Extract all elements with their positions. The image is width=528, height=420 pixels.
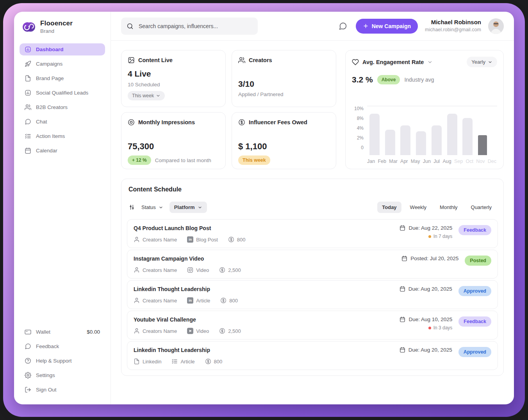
tab-weekly[interactable]: Weekly [405,202,431,213]
month-tick-label: Jul [433,159,440,164]
month-tick-label: Nov [476,159,485,164]
calendar-icon [401,256,407,261]
calendar-icon [25,147,31,154]
gear-icon [25,372,31,379]
schedule-item[interactable]: Q4 Product Launch Blog Post Creators Nam… [127,219,498,248]
dollar-icon [238,119,245,126]
chevron-down-icon [198,205,202,210]
sidebar-nav: Dashboard Campaigns Brand Page Social Qu… [20,43,105,157]
tab-today[interactable]: Today [377,202,401,213]
sidebar-item-sign-out[interactable]: Sign Out [20,384,105,396]
chevron-down-icon [488,60,492,64]
sidebar-item-feedback[interactable]: Feedback [20,340,105,352]
sidebar: Flooencer Brand Dashboard Campaigns Bran… [14,12,111,404]
view-tabs: Today Weekly Monthly Quarterly [377,202,496,213]
tab-quarterly[interactable]: Quarterly [466,202,496,213]
sidebar-item-label: Wallet [36,329,50,335]
messages-button[interactable] [337,20,349,32]
creators-value: 3/10 [238,79,330,89]
engagement-sub: Industry avg [404,77,434,83]
sidebar-item-brand-page[interactable]: Brand Page [20,72,105,84]
sidebar-item-campaigns[interactable]: Campaigns [20,58,105,70]
schedule-item[interactable]: Linkedin Thought Leadership Creators Nam… [127,280,498,309]
impressions-icon [128,119,135,126]
sidebar-item-chat[interactable]: Chat [20,116,105,128]
new-campaign-button[interactable]: New Campaign [356,19,418,34]
month-tick-label: Aug [442,159,451,164]
wallet-balance: $0.00 [87,329,100,335]
rocket-icon [25,61,31,67]
sidebar-item-calendar[interactable]: Calendar [20,145,105,157]
sidebar-item-label: Settings [36,372,55,378]
brand-logo: Flooencer Brand [20,20,105,34]
platform-filter-dropdown[interactable]: Platform [169,202,207,213]
status-badge: Feedback [458,225,491,235]
chevron-down-icon[interactable] [427,59,433,65]
chart-bar [416,131,426,155]
fees-value: $ 1,100 [238,141,330,152]
schedule-item[interactable]: Instagram Campaign Video Creators Name V… [127,250,498,279]
item-title: Youtube Viral Challenge [134,316,400,323]
y-tick-label: 10% [354,106,364,111]
sidebar-item-wallet[interactable]: Wallet $0.00 [20,326,105,338]
sliders-icon[interactable] [128,204,135,211]
sidebar-item-label: Chat [36,119,47,125]
app-title: Flooencer [40,20,73,27]
creator-meta: Creators Name [134,236,177,243]
countdown: In 7 days [428,234,453,239]
tab-monthly[interactable]: Monthly [435,202,462,213]
format-meta: Article [171,358,194,365]
dollar-icon [228,236,234,243]
schedule-list: Q4 Product Launch Blog Post Creators Nam… [127,219,498,370]
period-label: This week [132,93,154,98]
chevron-down-icon [159,205,163,210]
filter-row: Status Platform Today Weekly Monthly Qua… [128,202,496,213]
status-badge: Feedback [458,316,491,327]
month-tick-label: Sep [454,159,463,164]
sidebar-item-social-qualified-leads[interactable]: Social Qualified Leads [20,87,105,99]
platform-meta: inArticle [187,297,210,304]
highlighted-bar [478,135,487,155]
search-input[interactable] [138,23,252,30]
status-badge: Approved [458,347,491,357]
avatar[interactable] [488,18,504,34]
due-date: Due: Aug 10, 2025 [400,316,452,322]
creator-meta: Creators Name [134,328,177,334]
fees-badge: This week [238,155,270,165]
sidebar-item-settings[interactable]: Settings [20,369,105,381]
fee-meta: 2,500 [219,328,241,334]
schedule-item[interactable]: Linkedin Thought Leadership Linkedin Art… [127,341,498,370]
users-icon [25,104,31,111]
sidebar-item-action-items[interactable]: Action Items [20,130,105,142]
month-tick-label: May [411,159,420,164]
fee-meta: 2,500 [219,267,241,273]
engagement-period-dropdown[interactable]: Yearly [467,57,497,67]
platform-meta: Video [187,328,209,334]
help-icon [25,357,31,364]
sidebar-item-b2b-creators[interactable]: B2B Creators [20,101,105,113]
creators-sub: Applied / Partnered [238,91,330,97]
month-tick-label: Jun [423,159,431,164]
fee-meta: 800 [205,358,223,365]
schedule-item[interactable]: Youtube Viral Challenge Creators Name Vi… [127,311,498,340]
card-title: Influencer Fees Owed [249,119,307,125]
content-live-period-dropdown[interactable]: This week [128,91,165,100]
user-info: Michael Robinson michael.robin@gmail.com [425,19,481,33]
status-filter-dropdown[interactable]: Status [141,204,163,210]
sidebar-item-label: Feedback [36,343,59,349]
sidebar-item-label: Calendar [36,148,57,154]
sidebar-item-dashboard[interactable]: Dashboard [20,43,105,55]
engagement-title: Avg. Engagement Rate [362,59,424,65]
sign-out-icon [25,386,31,393]
sidebar-item-help-support[interactable]: Help & Support [20,355,105,367]
countdown-dot [428,235,431,238]
image-icon [128,57,135,64]
status-badge: Approved [458,286,491,296]
checklist-icon [171,358,178,365]
content-schedule-section: Content Schedule Status Platform Today W… [121,179,504,376]
platform-meta: Video [187,267,209,273]
chart-bar [447,114,457,155]
card-creators: Creators 3/10 Applied / Partnered [232,50,336,107]
dashboard-icon [25,46,31,53]
dashboard-content: Content Live 4 Live 10 Scheduled This we… [111,41,514,404]
